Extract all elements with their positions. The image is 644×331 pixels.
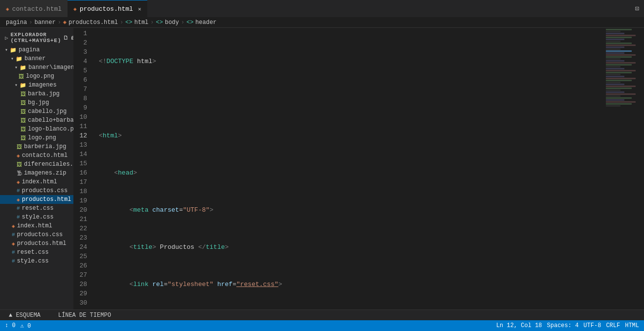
img-icon: 🖼	[19, 73, 24, 80]
folder-icon: 📁	[20, 65, 26, 71]
tab-label-active: productos.html	[80, 5, 133, 13]
bc-html-icon: <>	[125, 19, 132, 26]
code-line-3: <html>	[99, 131, 605, 140]
img-icon: 🖼	[21, 100, 26, 106]
img-icon: 🖼	[21, 135, 26, 141]
html-icon: ◈	[17, 197, 20, 203]
sidebar-item-imagenes-zip[interactable]: 🗜 imagenes.zip	[0, 169, 73, 177]
tab-icon-active: ◈	[73, 6, 77, 12]
css-icon: #	[17, 205, 20, 211]
html-icon: ◈	[17, 179, 20, 185]
tab-contacto[interactable]: ◈ contacto.html	[0, 0, 68, 17]
sidebar-item-barberia[interactable]: 🖼 barberia.jpg	[0, 142, 73, 151]
sidebar-item-logo-blanco[interactable]: 🖼 logo-blanco.png	[0, 125, 73, 133]
status-line-ending: CRLF	[606, 322, 620, 329]
code-line-2	[99, 94, 605, 103]
bc-file[interactable]: ◈	[63, 19, 67, 26]
css-icon: #	[17, 214, 20, 220]
status-encoding: UTF-8	[583, 322, 601, 329]
img-icon: 🖼	[21, 117, 26, 124]
folder-icon: 📁	[20, 82, 26, 88]
sidebar-item-reset-css[interactable]: # reset.css	[0, 204, 73, 213]
sidebar-item-banner-imagenes[interactable]: ▾ 📁 banner\imagenes	[0, 63, 73, 72]
status-spaces: Spaces: 4	[547, 322, 579, 329]
sidebar-new-file-icon[interactable]: 🗋	[63, 35, 69, 41]
sidebar-item-contacto[interactable]: ◈ contacto.html	[0, 151, 73, 160]
editor-layout-icon[interactable]: ⊡	[630, 4, 644, 13]
zip-icon: 🗜	[17, 170, 22, 177]
code-line-5: <meta charset="UTF-8">	[99, 205, 605, 215]
minimap	[605, 28, 644, 309]
tab-icon: ◈	[6, 6, 9, 12]
status-language[interactable]: HTML	[625, 322, 639, 329]
sidebar-item-logo-png-1[interactable]: 🖼 logo.png	[0, 72, 73, 81]
html-icon: ◈	[17, 153, 20, 159]
tab-label: contacto.html	[12, 5, 62, 13]
status-errors[interactable]: ↕ 0	[5, 322, 16, 330]
sidebar-item-reset-css-root[interactable]: # reset.css	[0, 248, 73, 257]
close-icon[interactable]: ✕	[138, 6, 141, 12]
line-numbers: 1 2 3 4 5 6 7 8 9 10 11 12 13 14 15 16 1…	[73, 28, 95, 309]
sidebar-item-barba[interactable]: 🖼 barba.jpg	[0, 89, 73, 98]
sidebar-item-cabello[interactable]: 🖼 cabello.jpg	[0, 107, 73, 116]
sidebar-item-pagina[interactable]: ▾ 📁 pagina	[0, 45, 73, 54]
folder-icon: 📁	[10, 47, 17, 53]
sidebar-item-cabello-barba[interactable]: 🖼 cabello+barba.jpg	[0, 116, 73, 125]
status-cursor: Ln 12, Col 18	[496, 322, 542, 329]
bc-header[interactable]: header	[195, 19, 216, 26]
html-icon: ◈	[12, 223, 15, 229]
code-editor[interactable]: <!DOCTYPE html> <html> <head> <meta char…	[95, 28, 605, 309]
sidebar-item-index-html-root[interactable]: ◈ index.html	[0, 221, 73, 230]
bc-file-label[interactable]: productos.html	[69, 19, 118, 26]
bc-html[interactable]: html	[135, 19, 149, 26]
css-icon: #	[12, 232, 15, 238]
status-warnings[interactable]: ⚠ 0	[21, 322, 31, 330]
html-icon: ◈	[12, 241, 15, 247]
img-icon: 🖼	[21, 126, 26, 132]
sidebar-item-style-css[interactable]: # style.css	[0, 213, 73, 221]
css-icon: #	[12, 249, 15, 255]
tab-linea-tiempo[interactable]: LÍNEA DE TIEMPO	[54, 311, 115, 320]
sidebar-item-productos-css[interactable]: # productos.css	[0, 186, 73, 195]
sidebar: ▷ Explorador (Ctrl+Mayús+E) 🗋 🗁 ↻ ⧉ ▾ 📁 …	[0, 28, 73, 309]
sidebar-item-banner[interactable]: ▾ 📁 banner	[0, 54, 73, 63]
img-icon: 🖼	[21, 91, 26, 97]
breadcrumb: pagina › banner › ◈ productos.html › <> …	[0, 17, 644, 28]
sidebar-item-productos-html[interactable]: ◈ productos.html	[0, 195, 73, 204]
sidebar-item-logo-png-2[interactable]: 🖼 logo.png	[0, 133, 73, 142]
css-icon: #	[17, 188, 20, 194]
sidebar-item-productos-html-root[interactable]: ◈ productos.html	[0, 239, 73, 248]
bc-body-icon: <>	[156, 19, 163, 26]
css-icon: #	[12, 258, 15, 264]
sidebar-item-bg[interactable]: 🖼 bg.jpg	[0, 98, 73, 107]
code-line-1: <!DOCTYPE html>	[99, 57, 605, 66]
tabs-container: ◈ contacto.html ◈ productos.html ✕ ⊡	[0, 0, 644, 17]
bc-banner[interactable]: banner	[34, 19, 55, 26]
code-line-7: <link rel="stylesheet" href="reset.css">	[99, 280, 605, 289]
img-icon: 🖼	[17, 144, 22, 150]
folder-icon: 📁	[16, 56, 23, 62]
sidebar-item-index-html[interactable]: ◈ index.html	[0, 177, 73, 186]
tab-bar: ◈ contacto.html ◈ productos.html ✕ ⊡	[0, 0, 644, 17]
bc-pagina[interactable]: pagina	[6, 19, 27, 26]
tab-productos[interactable]: ◈ productos.html ✕	[68, 0, 147, 17]
status-bar: ↕ 0 ⚠ 0 Ln 12, Col 18 Spaces: 4 UTF-8 CR…	[0, 320, 644, 331]
tab-esquema[interactable]: ▲ ESQUEMA	[5, 311, 45, 320]
bottom-panel: ▲ ESQUEMA LÍNEA DE TIEMPO	[0, 309, 644, 320]
code-line-4: <head>	[99, 168, 605, 177]
code-line-6: <title> Productos </title>	[99, 243, 605, 252]
sidebar-item-productos-css-root[interactable]: # productos.css	[0, 230, 73, 239]
sidebar-item-imagenes[interactable]: ▾ 📁 imagenes	[0, 81, 73, 89]
sidebar-item-diferenciales[interactable]: 🖼 diferenciales.jpg	[0, 160, 73, 169]
img-icon: 🖼	[17, 161, 22, 168]
img-icon: 🖼	[21, 109, 26, 115]
bc-body[interactable]: body	[165, 19, 179, 26]
sidebar-title: ▷ Explorador (Ctrl+Mayús+E) 🗋 🗁 ↻ ⧉	[0, 28, 73, 45]
bc-header-icon: <>	[186, 19, 193, 26]
sidebar-item-style-css-root[interactable]: # style.css	[0, 257, 73, 265]
